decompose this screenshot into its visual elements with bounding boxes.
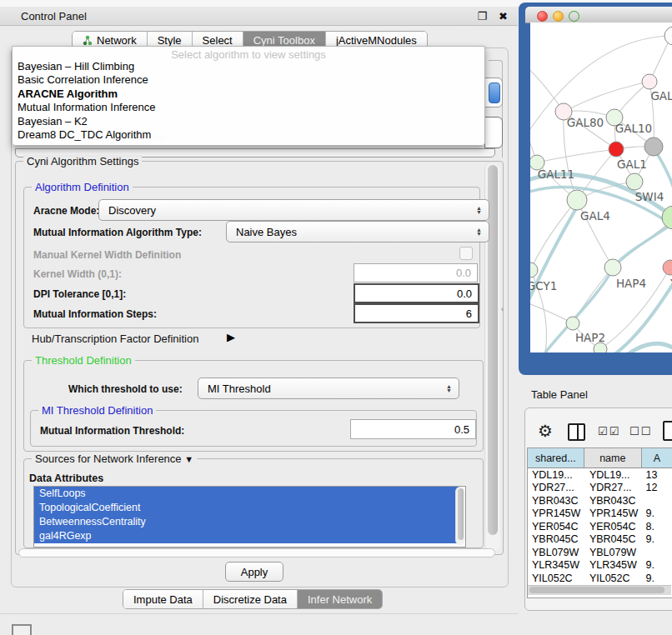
algorithm-option-dream8-dc-tdc-algorithm[interactable]: Dream8 DC_TDC Algorithm (16, 128, 481, 142)
node-gcy1[interactable] (530, 262, 538, 278)
node-gal1[interactable] (626, 173, 643, 190)
settings-horizontal-scrollbar[interactable] (18, 548, 495, 558)
node-gal[interactable] (642, 74, 657, 89)
table-hscrollbar-thumb[interactable] (529, 587, 664, 593)
data-attributes-list[interactable]: SelfLoopsTopologicalCoefficientBetweenne… (33, 486, 466, 548)
algorithm-option-aracne-algorithm[interactable]: ARACNE Algorithm (16, 88, 481, 101)
minimized-panel-icon[interactable] (12, 624, 32, 635)
combobox-stepper-icon: ▲▼ (476, 228, 482, 236)
table-row[interactable]: YBR043CYBR043C (528, 494, 672, 508)
bottom-tab-discretize-data[interactable]: Discretize Data (203, 590, 298, 608)
mi-steps-label: Mutual Information Steps: (33, 308, 157, 320)
zoom-window-icon[interactable] (569, 11, 579, 22)
node-label-gal10: GAL10 (615, 122, 652, 135)
table-cell: 9. (644, 559, 672, 572)
node-label-gal11: GAL11 (538, 168, 574, 181)
float-panel-button[interactable]: ❐ (477, 10, 487, 22)
attr-list-scrollbar-track[interactable] (455, 487, 465, 545)
thick-edge[interactable] (545, 224, 672, 352)
node-y[interactable] (663, 260, 672, 275)
algorithm-option-mutual-information-inference[interactable]: Mutual Information Inference (16, 101, 481, 114)
aracne-mode-combobox[interactable]: Discovery ▲▼ (98, 199, 489, 221)
document-icon[interactable] (663, 421, 672, 441)
tab-label: Network (97, 34, 137, 47)
attr-items: SelfLoopsTopologicalCoefficientBetweenne… (34, 487, 465, 543)
node[interactable] (644, 138, 663, 156)
bottom-tab-infer-network[interactable]: Infer Network (298, 590, 382, 608)
table-row[interactable]: YPR145WYPR145W9. (528, 508, 672, 521)
bottom-tab-impute-data[interactable]: Impute Data (123, 590, 203, 608)
edge[interactable] (564, 82, 649, 112)
node-gal4[interactable] (567, 190, 587, 210)
table-panel-title: Table Panel (531, 388, 588, 401)
close-window-icon[interactable] (537, 11, 548, 22)
network-canvas[interactable]: GALGAL80GAL10GAL1GAL11SWI4GAL4GCY1HAP4YH… (530, 22, 672, 352)
table-cell: YIL052C (528, 572, 585, 585)
table-cell: YDL19... (528, 468, 585, 482)
popup-placeholder: Select algorithm to view settings (13, 48, 484, 61)
hidden-combobox-fragment-2 (484, 117, 503, 148)
table-row[interactable]: YER054CYER054C8. (528, 520, 672, 533)
edge[interactable] (537, 149, 616, 162)
splitpane-handle-icon[interactable]: ‹ (501, 305, 504, 313)
mi-algorithm-type-combobox[interactable]: Naive Bayes ▲▼ (226, 221, 489, 242)
table-row[interactable]: YDL19...YDL19...13 (528, 468, 672, 482)
network-window-titlebar[interactable] (525, 7, 672, 23)
minimize-window-icon[interactable] (553, 11, 564, 22)
apply-button[interactable]: Apply (225, 562, 283, 582)
mi-threshold-value: 0.5 (454, 423, 469, 436)
node-table[interactable]: shared...nameA YDL19...YDL19...13YDR27..… (527, 448, 672, 598)
table-row[interactable]: YIL052CYIL052C9. (528, 572, 672, 585)
collapse-arrow-icon[interactable]: ▼ (184, 454, 193, 464)
mi-threshold-label: Mutual Information Threshold: (40, 425, 184, 437)
algorithm-option-bayesian-k2[interactable]: Bayesian – K2 (16, 115, 481, 128)
table-cell: YPR145W (528, 508, 585, 521)
node[interactable] (664, 27, 672, 45)
kernel-width-value: 0.0 (456, 267, 471, 279)
node-label-gcy1: GCY1 (530, 279, 557, 292)
table-row[interactable]: YBR045CYBR045C9. (528, 533, 672, 547)
edge[interactable] (530, 302, 573, 323)
column-header-shared-[interactable]: shared... (528, 448, 584, 468)
node-label-swi4: SWI4 (635, 190, 664, 203)
deselect-checkbox-icon[interactable]: ☐☐ (629, 425, 652, 438)
table-row[interactable]: YLR345WYLR345W9. (528, 559, 672, 572)
dpi-tolerance-value: 0.0 (457, 288, 472, 300)
attribute-item-betweennesscentrality[interactable]: BetweennessCentrality (34, 515, 460, 529)
attribute-item-selfloops[interactable]: SelfLoops (34, 487, 460, 501)
attribute-item-topologicalcoefficient[interactable]: TopologicalCoefficient (34, 501, 460, 515)
settings-scrollbar-thumb[interactable] (488, 165, 498, 535)
attribute-item-gal4rgexp[interactable]: gal4RGexp (34, 529, 460, 543)
which-threshold-combobox[interactable]: MI Threshold ▲▼ (198, 378, 459, 399)
algorithm-option-basic-correlation-inference[interactable]: Basic Correlation Inference (16, 73, 481, 87)
dpi-tolerance-field[interactable]: 0.0 (354, 283, 479, 303)
apply-button-label: Apply (241, 566, 268, 578)
edge[interactable] (530, 200, 577, 270)
node-label-gal: GAL (650, 89, 672, 102)
control-panel-title: Control Panel (21, 10, 87, 22)
kernel-width-field[interactable]: 0.0 (354, 263, 478, 282)
aracne-mode-label: Aracne Mode: (33, 205, 99, 217)
table-row[interactable]: YBL079WYBL079W (528, 546, 672, 559)
column-header-name[interactable]: name (584, 448, 642, 468)
node-label-gal80: GAL80 (567, 116, 604, 129)
algorithm-option-bayesian-hill-climbing[interactable]: Bayesian – Hill Climbing (16, 60, 481, 73)
node-label-hap2: HAP2 (575, 331, 605, 344)
table-cell: YBL079W (585, 546, 644, 559)
column-header-a[interactable]: A (642, 448, 672, 468)
mi-steps-field[interactable]: 6 (354, 303, 479, 323)
manual-kernel-width-checkbox[interactable] (459, 247, 473, 260)
select-all-checkbox-icon[interactable]: ☑☑ (598, 425, 620, 438)
settings-gear-icon[interactable]: ⚙ (538, 422, 553, 439)
table-row[interactable]: YDR27...YDR27...12 (528, 482, 672, 495)
node-hap2[interactable] (566, 317, 579, 330)
expand-arrow-icon[interactable]: ▶ (227, 331, 235, 343)
node[interactable] (609, 142, 624, 157)
attr-list-scrollbar-thumb[interactable] (458, 488, 464, 540)
close-panel-button[interactable]: ✖ (499, 10, 508, 22)
thick-edge[interactable] (624, 343, 672, 352)
column-layout-icon[interactable] (568, 423, 585, 441)
node-hap4[interactable] (604, 259, 621, 276)
table-hscrollbar-track[interactable] (528, 585, 671, 595)
mi-threshold-field[interactable]: 0.5 (350, 419, 476, 439)
